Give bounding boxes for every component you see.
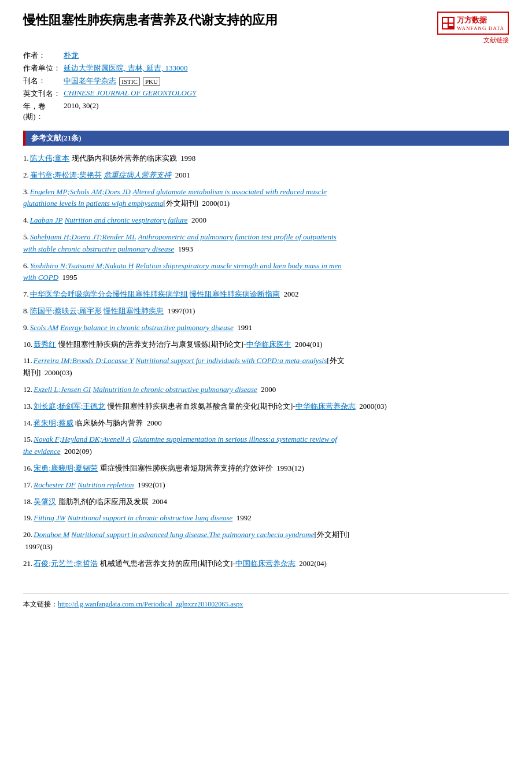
meta-journal-en-row: 英文刊名： CHINESE JOURNAL OF GERONTOLOGY [23,88,509,99]
ref-item: 8.陈国平;蔡映云;顾宇形 慢性阻塞性肺疾患 1997(01) [23,305,509,317]
logo-area: 万方数据 WANFANG DATA 文献链接 [437,12,509,45]
ref-item: 9.Scols AM Energy balance in chronic obs… [23,322,509,334]
svg-rect-3 [449,24,453,26]
ref-item: 2.崔书章;寿松涛;柴艳芬 危重症病人营养支持 2001 [23,169,509,182]
footer-label: 本文链接： [23,600,58,608]
references-list: 1.陈大伟;童本 现代肠内和肠外营养的临床实践 1998 2.崔书章;寿松涛;柴… [23,153,509,570]
badge-istic: ISTIC [119,77,140,86]
year-label: 年，卷(期)： [23,101,64,122]
logo-sub: 文献链接 [483,36,509,45]
journal-value: 中国老年学杂志 ISTIC PKU [64,76,160,86]
ref-item: 21.石俊;元艺兰;李哲浩 机械通气患者营养支持的应用[期刊论文]-中国临床营养… [23,558,509,570]
journal-en-label: 英文刊名： [23,88,64,99]
ref-item: 3.Engelen MP;Schols AM;Does JD Altered g… [23,186,509,210]
ref-item: 15.Novak F;Heyland DK;Avenell A Glutamin… [23,434,509,458]
ref-item: 18.吴肇汉 脂肪乳剂的临床应用及发展 2004 [23,496,509,508]
badge-pku: PKU [143,77,160,86]
meta-affil-row: 作者单位： 延边大学附属医院, 吉林, 延吉, 133000 [23,63,509,73]
ref-item: 12.Exzell L;Jensen GI Malnutrition in ch… [23,384,509,396]
ref-item: 11.Ferreira IM;Broods D;Lacasse Y Nutrit… [23,355,509,379]
footer-link-area: 本文链接：http://d.g.wanfangdata.com.cn/Perio… [23,593,509,609]
affil-value[interactable]: 延边大学附属医院, 吉林, 延吉, 133000 [64,63,188,73]
meta-year-row: 年，卷(期)： 2010, 30(2) [23,101,509,122]
ref-item: 1.陈大伟;童本 现代肠内和肠外营养的临床实践 1998 [23,153,509,165]
refs-header: 参考文献(21条) [23,131,509,146]
ref-item: 16.宋勇;康晓明;夏锡荣 重症慢性阻塞性肺疾病患者短期营养支持的疗效评价 19… [23,462,509,475]
affil-label: 作者单位： [23,63,64,73]
author-value[interactable]: 朴龙 [64,50,79,61]
meta-author-row: 作者： 朴龙 [23,50,509,61]
svg-rect-1 [449,18,453,23]
ref-item: 4.Laaban JP Nutrition and chronic vespir… [23,214,509,227]
logo-brand-en: WANFANG DATA [457,25,504,31]
svg-rect-0 [443,18,448,23]
journal-label: 刊名： [23,76,64,86]
ref-item: 19.Fitting JW Nutritional support in chr… [23,512,509,524]
logo-icon [442,17,455,29]
author-label: 作者： [23,50,64,61]
footer-url[interactable]: http://d.g.wanfangdata.com.cn/Periodical… [58,600,243,608]
meta-table: 作者： 朴龙 作者单位： 延边大学附属医院, 吉林, 延吉, 133000 刊名… [23,50,509,122]
logo-brand: 万方数据 [457,15,504,25]
meta-journal-row: 刊名： 中国老年学杂志 ISTIC PKU [23,76,509,86]
page-title: 慢性阻塞性肺疾病患者营养及代谢支持的应用 [23,12,278,29]
ref-item: 17.Rochester DF Nutrition repletion 1992… [23,479,509,491]
ref-item: 13.刘长庭;杨剑军;王德龙 慢性阻塞性肺疾病患者血浆氨基酸含量的变化[期刊论文… [23,401,509,413]
ref-item: 7.中华医学会呼吸病学分会慢性阻塞性肺疾病学组 慢性阻塞性肺疾病诊断指南 200… [23,288,509,301]
ref-item: 6.Yoshihiro N;Tsutsumi M;Nakata H Relati… [23,260,509,284]
ref-item: 14.蒋朱明;蔡威 临床肠外与肠内营养 2000 [23,417,509,430]
journal-en-value[interactable]: CHINESE JOURNAL OF GERONTOLOGY [64,88,197,99]
ref-item: 10.聂秀红 慢性阻塞性肺疾病的营养支持治疗与康复锻炼[期刊论文]-中华临床医生… [23,339,509,351]
year-value: 2010, 30(2) [64,101,99,122]
logo-box: 万方数据 WANFANG DATA [437,12,509,35]
svg-rect-2 [443,24,448,28]
ref-item: 5.Sahebjami H;Doera JT;Render ML Anthrop… [23,231,509,256]
ref-item: 20.Donahoe M Nutritional support in adva… [23,529,509,553]
